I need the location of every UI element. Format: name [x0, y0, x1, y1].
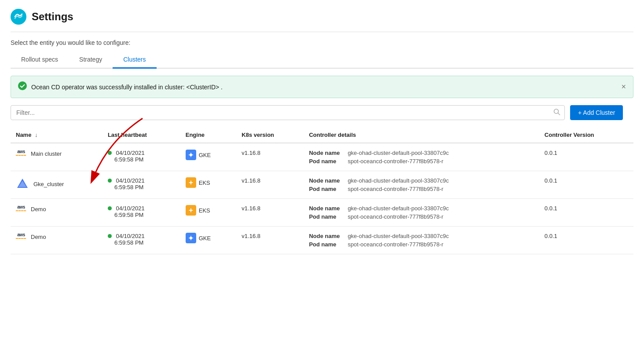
k8s-version: v1.16.8 — [242, 233, 260, 239]
heartbeat-time: 6:59:58 PM — [108, 212, 144, 218]
engine-name: EKS — [199, 179, 210, 186]
node-value: gke-ohad-cluster-default-pool-33807c9c — [348, 205, 449, 212]
node-label: Node name — [309, 177, 344, 184]
cluster-name: Main cluster — [31, 150, 62, 157]
heartbeat-date: 04/10/2021 — [116, 205, 145, 212]
table-row: aws━━━━ Demo 04/10/2021 6:59:58 PM GKE v… — [11, 227, 633, 254]
pod-value: spot-oceancd-controller-777f8b9578-r — [348, 158, 443, 165]
col-controller-details: Controller details — [304, 127, 539, 143]
heartbeat-cell: 04/10/2021 6:59:58 PM — [102, 171, 180, 199]
status-dot — [108, 151, 112, 155]
controller-details-cell: Node name gke-ohad-cluster-default-pool-… — [304, 199, 539, 227]
k8s-version: v1.16.8 — [242, 150, 260, 156]
controller-version-cell: 0.0.1 — [539, 143, 633, 171]
aws-logo: aws━━━━ — [16, 150, 26, 158]
aws-logo: aws━━━━ — [16, 233, 26, 241]
table-toolbar: + Add Cluster — [11, 105, 633, 120]
alert-close-button[interactable]: × — [621, 82, 626, 92]
engine-cell: EKS — [180, 171, 237, 199]
heartbeat-cell: 04/10/2021 6:59:58 PM — [102, 199, 180, 227]
tab-strategy[interactable]: Strategy — [69, 51, 113, 69]
engine-cell: GKE — [180, 227, 237, 254]
alert-message: Ocean CD operator was successfully insta… — [31, 84, 617, 91]
svg-point-9 — [190, 182, 192, 183]
tab-bar: Rollout specs Strategy Clusters — [11, 51, 633, 69]
k8s-version: v1.16.8 — [242, 205, 260, 212]
gke-engine-icon — [186, 150, 196, 160]
k8s-version-cell: v1.16.8 — [236, 227, 304, 254]
pod-value: spot-oceancd-controller-777f8b9578-r — [348, 186, 443, 192]
table-row: aws━━━━ Main cluster 04/10/2021 6:59:58 … — [11, 143, 633, 171]
eks-engine-icon — [186, 177, 196, 188]
cluster-name-cell: aws━━━━ Main cluster — [11, 143, 102, 171]
page-header: Settings — [11, 9, 633, 32]
node-value: gke-ohad-cluster-default-pool-33807c9c — [348, 233, 449, 239]
pod-label: Pod name — [309, 158, 344, 165]
success-alert: Ocean CD operator was successfully insta… — [11, 76, 633, 98]
heartbeat-cell: 04/10/2021 6:59:58 PM — [102, 143, 180, 171]
svg-point-1 — [18, 81, 27, 90]
controller-version-cell: 0.0.1 — [539, 227, 633, 254]
pod-label: Pod name — [309, 241, 344, 248]
table-row: aws━━━━ Demo 04/10/2021 6:59:58 PM EKS v… — [11, 199, 633, 227]
eks-engine-icon — [186, 205, 196, 216]
status-dot — [108, 206, 112, 210]
node-value: gke-ohad-cluster-default-pool-33807c9c — [348, 177, 449, 184]
k8s-version-cell: v1.16.8 — [236, 199, 304, 227]
col-name: Name ↓ — [11, 127, 102, 143]
node-label: Node name — [309, 205, 344, 212]
argo-logo — [16, 177, 29, 190]
heartbeat-time: 6:59:58 PM — [108, 184, 144, 190]
controller-details-cell: Node name gke-ohad-cluster-default-pool-… — [304, 171, 539, 199]
cluster-name-cell: aws━━━━ Demo — [11, 227, 102, 254]
heartbeat-cell: 04/10/2021 6:59:58 PM — [102, 227, 180, 254]
controller-version: 0.0.1 — [545, 150, 557, 156]
table-row: Gke_cluster 04/10/2021 6:59:58 PM EKS v1… — [11, 171, 633, 199]
success-icon — [18, 81, 27, 92]
heartbeat-date: 04/10/2021 — [116, 150, 145, 156]
heartbeat-time: 6:59:58 PM — [108, 239, 144, 246]
pod-value: spot-oceancd-controller-777f8b9578-r — [348, 213, 443, 220]
table-wrapper: Name ↓ Last heartbeat Engine K8s version… — [11, 127, 633, 254]
cluster-name: Demo — [31, 206, 46, 212]
add-cluster-button[interactable]: + Add Cluster — [570, 105, 623, 120]
controller-details-cell: Node name gke-ohad-cluster-default-pool-… — [304, 143, 539, 171]
heartbeat-date: 04/10/2021 — [116, 233, 145, 239]
k8s-version: v1.16.8 — [242, 177, 260, 184]
col-engine: Engine — [180, 127, 237, 143]
controller-version-cell: 0.0.1 — [539, 199, 633, 227]
cluster-name-cell: Gke_cluster — [11, 171, 102, 199]
pod-label: Pod name — [309, 213, 344, 220]
table-header-row: Name ↓ Last heartbeat Engine K8s version… — [11, 127, 633, 143]
pod-value: spot-oceancd-controller-777f8b9578-r — [348, 241, 443, 248]
col-heartbeat: Last heartbeat — [102, 127, 180, 143]
engine-cell: GKE — [180, 143, 237, 171]
search-icon — [553, 109, 560, 117]
col-controller-version: Controller Version — [539, 127, 633, 143]
tab-clusters[interactable]: Clusters — [113, 51, 156, 69]
cluster-name: Gke_cluster — [33, 181, 64, 187]
cluster-name: Demo — [31, 234, 46, 240]
engine-name: GKE — [199, 235, 211, 242]
node-value: gke-ohad-cluster-default-pool-33807c9c — [348, 150, 449, 156]
engine-cell: EKS — [180, 199, 237, 227]
page-title: Settings — [32, 11, 73, 23]
controller-version-cell: 0.0.1 — [539, 171, 633, 199]
controller-version: 0.0.1 — [545, 233, 557, 239]
sort-icon[interactable]: ↓ — [35, 132, 38, 138]
controller-details-cell: Node name gke-ohad-cluster-default-pool-… — [304, 227, 539, 254]
clusters-table: Name ↓ Last heartbeat Engine K8s version… — [11, 127, 633, 254]
filter-wrapper — [11, 105, 565, 120]
node-label: Node name — [309, 233, 344, 239]
status-dot — [108, 234, 112, 238]
status-dot — [108, 179, 112, 183]
svg-point-11 — [190, 209, 192, 211]
page-container: Settings Select the entity you would lik… — [0, 0, 644, 263]
engine-name: GKE — [199, 152, 211, 158]
k8s-version-cell: v1.16.8 — [236, 143, 304, 171]
filter-input[interactable] — [11, 105, 565, 120]
app-logo — [11, 9, 26, 25]
tab-rollout-specs[interactable]: Rollout specs — [11, 51, 69, 69]
page-subtitle: Select the entity you would like to conf… — [11, 39, 633, 46]
node-label: Node name — [309, 150, 344, 156]
